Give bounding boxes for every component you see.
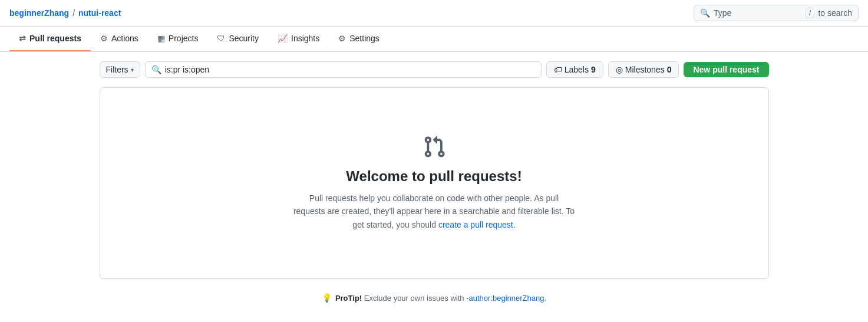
insights-tab-icon: 📈 xyxy=(278,34,288,43)
pr-tab-icon: ⇄ xyxy=(19,34,26,43)
main-content: Filters ▾ 🔍 🏷 Labels 9 ◎ Milestones 0 Ne… xyxy=(81,52,788,312)
tab-projects-label: Projects xyxy=(169,34,199,43)
new-pull-request-button[interactable]: New pull request xyxy=(684,62,768,77)
actions-tab-icon: ⚙ xyxy=(100,34,108,43)
tab-insights[interactable]: 📈 Insights xyxy=(268,27,329,51)
breadcrumb-separator: / xyxy=(72,8,75,18)
labels-count: 9 xyxy=(591,65,596,74)
filters-label: Filters xyxy=(106,65,128,74)
repo-link[interactable]: nutui-react xyxy=(78,8,121,18)
tab-projects[interactable]: ▦ Projects xyxy=(148,27,208,51)
empty-state: Welcome to pull requests! Pull requests … xyxy=(100,88,768,278)
search-icon: 🔍 xyxy=(151,65,161,74)
lightbulb-icon: 💡 xyxy=(322,293,332,303)
chevron-down-icon: ▾ xyxy=(131,67,134,73)
tab-pull-requests-label: Pull requests xyxy=(29,34,81,43)
breadcrumb: beginnerZhang / nutui-react xyxy=(9,8,121,18)
search-label: Type xyxy=(714,8,731,18)
owner-link[interactable]: beginnerZhang xyxy=(9,8,69,18)
milestones-count: 0 xyxy=(667,65,672,74)
protip-link[interactable]: -author:beginnerZhang xyxy=(466,294,544,303)
empty-state-description: Pull requests help you collaborate on co… xyxy=(293,192,576,231)
labels-button[interactable]: 🏷 Labels 9 xyxy=(546,61,603,78)
tab-security-label: Security xyxy=(229,34,259,43)
label-tag-icon: 🏷 xyxy=(554,65,562,74)
protip-text: ProTip! Exclude your own issues with -au… xyxy=(335,294,546,303)
toolbar: Filters ▾ 🔍 🏷 Labels 9 ◎ Milestones 0 Ne… xyxy=(100,61,769,78)
protip: 💡 ProTip! Exclude your own issues with -… xyxy=(100,293,769,303)
protip-prefix: ProTip! xyxy=(335,294,362,303)
search-shortcut: / xyxy=(806,8,814,18)
milestones-button[interactable]: ◎ Milestones 0 xyxy=(608,61,679,78)
milestones-label: Milestones xyxy=(625,65,665,74)
pull-requests-panel: Welcome to pull requests! Pull requests … xyxy=(100,87,769,279)
milestone-icon: ◎ xyxy=(616,65,623,74)
search-input[interactable] xyxy=(165,65,535,74)
search-suffix: to search xyxy=(818,8,852,18)
settings-tab-icon: ⚙ xyxy=(338,34,346,43)
tab-settings[interactable]: ⚙ Settings xyxy=(329,27,389,51)
tab-actions-label: Actions xyxy=(111,34,138,43)
tab-security[interactable]: 🛡 Security xyxy=(207,27,268,51)
pull-request-icon xyxy=(423,135,446,159)
top-bar: beginnerZhang / nutui-react 🔍 Type / to … xyxy=(0,0,868,27)
filters-button[interactable]: Filters ▾ xyxy=(100,61,140,78)
repo-nav: ⇄ Pull requests ⚙ Actions ▦ Projects 🛡 S… xyxy=(0,27,868,52)
create-pull-request-link[interactable]: create a pull request xyxy=(438,220,513,229)
search-input-container: 🔍 xyxy=(145,61,542,78)
tab-insights-label: Insights xyxy=(291,34,319,43)
projects-tab-icon: ▦ xyxy=(157,34,165,43)
search-icon: 🔍 xyxy=(700,8,710,18)
labels-label: Labels xyxy=(565,65,589,74)
tab-actions[interactable]: ⚙ Actions xyxy=(91,27,148,51)
global-search[interactable]: 🔍 Type / to search xyxy=(694,5,859,21)
empty-state-title: Welcome to pull requests! xyxy=(346,168,522,185)
tab-pull-requests[interactable]: ⇄ Pull requests xyxy=(9,27,91,51)
security-tab-icon: 🛡 xyxy=(217,34,225,43)
tab-settings-label: Settings xyxy=(349,34,379,43)
